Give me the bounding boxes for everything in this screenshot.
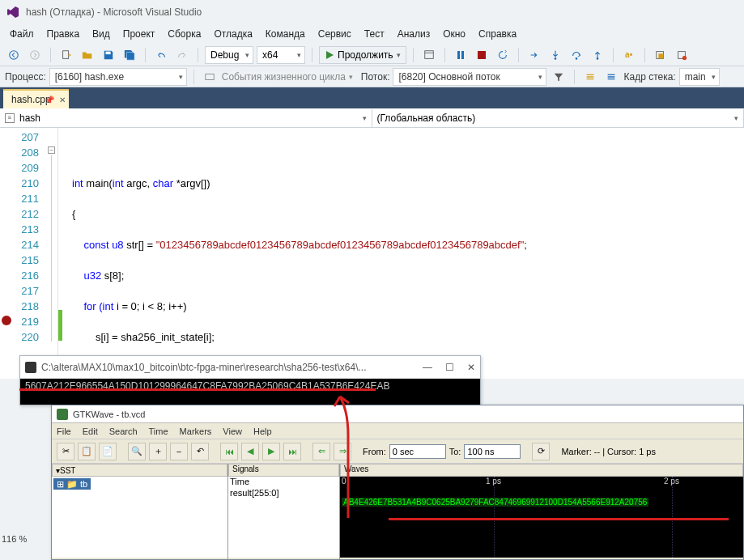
gtk-menu-markers[interactable]: Markers xyxy=(180,426,212,436)
next-icon[interactable]: ▶ xyxy=(262,443,280,460)
svg-point-8 xyxy=(596,57,598,60)
from-input[interactable] xyxy=(389,444,446,459)
zoom-undo-icon[interactable]: ↶ xyxy=(191,443,209,460)
pin-icon[interactable]: 📌 xyxy=(45,95,54,104)
menu-debug[interactable]: Отладка xyxy=(207,28,258,40)
gtkwave-window: GTKWave - tb.vcd File Edit Search Time M… xyxy=(51,405,744,560)
menu-help[interactable]: Справка xyxy=(472,28,523,40)
menu-team[interactable]: Команда xyxy=(259,28,312,40)
signal-result[interactable]: result[255:0] xyxy=(230,488,338,499)
process-combo[interactable]: [6160] hash.exe xyxy=(49,68,187,86)
signals-label: Signals xyxy=(232,465,259,473)
filter-icon[interactable] xyxy=(550,68,568,86)
menu-test[interactable]: Тест xyxy=(358,28,391,40)
annotation-underline-top xyxy=(19,388,376,391)
step-into-icon[interactable] xyxy=(546,46,564,64)
save-icon[interactable] xyxy=(100,46,117,64)
last-icon[interactable]: ⏭ xyxy=(283,443,301,460)
thread-label: Поток: xyxy=(361,71,390,83)
breakpoint-icon[interactable] xyxy=(2,316,11,325)
find-next-icon[interactable]: ⇒ xyxy=(334,443,351,460)
close-tab-icon[interactable]: ✕ xyxy=(59,95,66,104)
max-icon[interactable]: ☐ xyxy=(445,362,454,373)
menu-file[interactable]: Файл xyxy=(3,28,40,40)
step-out-icon[interactable] xyxy=(589,46,606,64)
hex-icon[interactable]: a• xyxy=(620,46,638,64)
min-icon[interactable]: — xyxy=(423,362,432,373)
continue-button[interactable]: Продолжить ▾ xyxy=(319,46,406,64)
menu-window[interactable]: Окно xyxy=(436,28,472,40)
paste-icon[interactable]: 📄 xyxy=(99,443,117,460)
svg-point-1 xyxy=(31,50,40,59)
menu-tools[interactable]: Сервис xyxy=(312,28,358,40)
nav-member-combo[interactable]: (Глобальная область) xyxy=(372,109,745,127)
code-editor[interactable]: int main(int argc, char *argv[]) { const… xyxy=(62,128,527,379)
open-icon[interactable] xyxy=(79,46,96,64)
save-all-icon[interactable] xyxy=(121,46,138,64)
console-icon xyxy=(25,362,36,373)
nav-scope-combo[interactable]: ≡ hash xyxy=(0,109,372,127)
new-file-icon[interactable] xyxy=(57,46,75,64)
window-title: hash (Отладка) - Microsoft Visual Studio xyxy=(26,6,202,18)
gtk-menu-search[interactable]: Search xyxy=(109,426,138,436)
cut-icon[interactable]: ✂ xyxy=(57,443,74,460)
gtk-menu-time[interactable]: Time xyxy=(149,426,168,436)
config-combo[interactable]: Debug xyxy=(205,46,253,64)
svg-point-6 xyxy=(554,57,556,60)
gtkwave-title: GTKWave - tb.vcd xyxy=(73,409,145,419)
sst-node-tb[interactable]: ⊞ 📁 tb xyxy=(53,478,91,490)
lifecycle-icon[interactable] xyxy=(201,68,219,86)
menu-view[interactable]: Вид xyxy=(86,28,117,40)
restart-icon[interactable] xyxy=(494,46,512,64)
gtk-menu-file[interactable]: File xyxy=(57,426,71,436)
waves-label: Waves xyxy=(344,465,368,473)
zoom-in-icon[interactable]: ＋ xyxy=(149,443,167,460)
close-icon[interactable]: ✕ xyxy=(467,362,475,373)
gtk-menu-edit[interactable]: Edit xyxy=(83,426,98,436)
from-label: From: xyxy=(363,447,386,456)
to-label: To: xyxy=(449,447,461,456)
first-icon[interactable]: ⏮ xyxy=(220,443,238,460)
tab-hash-cpp[interactable]: hash.cpp 📌 ✕ xyxy=(3,89,69,108)
zoom-out-icon[interactable]: − xyxy=(170,443,188,460)
gtk-menu-view[interactable]: View xyxy=(223,426,242,436)
browser-icon[interactable] xyxy=(420,46,438,64)
to-input[interactable] xyxy=(464,444,521,459)
console-title: C:\altera\MAX10\max10_bitcoin\btc-fpga-m… xyxy=(41,362,367,373)
gtk-menu-help[interactable]: Help xyxy=(253,426,272,436)
console-window: C:\altera\MAX10\max10_bitcoin\btc-fpga-m… xyxy=(19,355,481,405)
zoom-fit-icon[interactable]: 🔍 xyxy=(128,443,146,460)
time-row: Time xyxy=(230,477,338,488)
wave-canvas[interactable]: 0 1 ps 2 ps AB4E426E7B531A4B9C0625BA9279… xyxy=(340,477,743,558)
pause-icon[interactable] xyxy=(452,46,470,64)
find-prev-icon[interactable]: ⇐ xyxy=(312,443,330,460)
stop-icon[interactable] xyxy=(473,46,491,64)
step-next-icon[interactable] xyxy=(525,46,543,64)
stack-combo[interactable]: main xyxy=(679,68,720,86)
stack-btn2-icon[interactable] xyxy=(602,68,620,86)
menu-build[interactable]: Сборка xyxy=(161,28,207,40)
nav-fwd-icon[interactable] xyxy=(26,46,44,64)
tool2-icon[interactable] xyxy=(673,46,691,64)
vs-logo-icon xyxy=(6,6,19,19)
fold-box-icon[interactable]: − xyxy=(48,146,55,154)
svg-rect-3 xyxy=(106,51,111,54)
svg-point-12 xyxy=(682,55,686,59)
menu-project[interactable]: Проект xyxy=(117,28,162,40)
process-label: Процесс: xyxy=(5,71,46,83)
tool1-icon[interactable] xyxy=(652,46,670,64)
prev-icon[interactable]: ◀ xyxy=(241,443,259,460)
copy-icon[interactable]: 📋 xyxy=(78,443,96,460)
nav-back-icon[interactable] xyxy=(5,46,23,64)
redo-icon[interactable] xyxy=(173,46,191,64)
undo-icon[interactable] xyxy=(152,46,170,64)
thread-combo[interactable]: [6820] Основной поток xyxy=(393,68,546,86)
menu-analyze[interactable]: Анализ xyxy=(391,28,437,40)
platform-combo[interactable]: x64 xyxy=(257,46,305,64)
menubar: Файл Правка Вид Проект Сборка Отладка Ко… xyxy=(0,24,744,44)
svg-rect-10 xyxy=(658,53,663,58)
menu-edit[interactable]: Правка xyxy=(40,28,87,40)
step-over-icon[interactable] xyxy=(568,46,585,64)
stack-btn1-icon[interactable] xyxy=(581,68,599,86)
reload-icon[interactable]: ⟳ xyxy=(532,443,550,460)
